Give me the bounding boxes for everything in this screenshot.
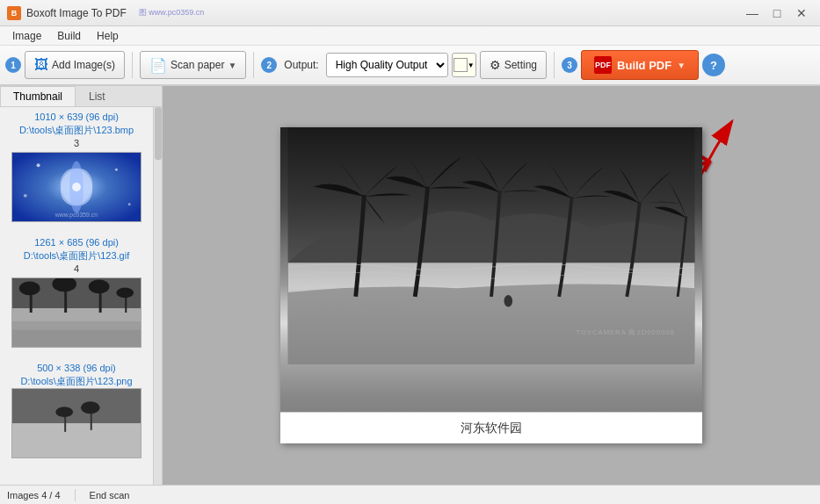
scan-paper-label: Scan paper (171, 59, 224, 71)
svg-point-7 (24, 194, 27, 198)
svg-point-8 (128, 203, 131, 205)
color-swatch (454, 58, 468, 72)
thumb-separator-1 (0, 226, 153, 233)
scan-icon: 📄 (149, 57, 167, 74)
svg-point-19 (89, 279, 110, 293)
thumbnail-5 (11, 388, 142, 458)
status-separator (75, 489, 76, 501)
thumb-path-5: D:\tools\桌面图片\123.png (7, 375, 146, 388)
menu-bar: Image Build Help (0, 26, 820, 46)
setting-label: Setting (504, 59, 537, 71)
thumb-info-3: 1010 × 639 (96 dpi) (7, 111, 146, 124)
svg-point-4 (72, 183, 81, 191)
tab-list[interactable]: List (76, 86, 119, 106)
thumb-path-4: D:\tools\桌面图片\123.gif (7, 249, 146, 263)
preview-area: ↗ (163, 86, 820, 485)
scan-paper-button[interactable]: 📄 Scan paper ▼ (140, 51, 246, 79)
thumb-separator-2 (0, 351, 153, 358)
sidebar-scrollbar[interactable] (153, 107, 162, 485)
svg-text:TOYCAMERA 角2D000008: TOYCAMERA 角2D000008 (576, 328, 674, 336)
main-content: Thumbnail List 1010 × 639 (96 dpi) D:\to… (0, 86, 820, 485)
separator1 (132, 52, 133, 78)
pdf-icon: PDF (594, 56, 612, 74)
beach-scene: × hiii www.nipic.com × Dr.Zar 版权 TOYCAME… (280, 127, 702, 443)
title-watermark: 图 www.pc0359.cn (139, 7, 205, 18)
app-icon: B (7, 6, 21, 20)
close-button[interactable]: ✕ (790, 4, 813, 22)
thumb-path-3: D:\tools\桌面图片\123.bmp (7, 124, 146, 137)
svg-point-33 (504, 295, 512, 307)
svg-text:× hiii www.nipic.com × Dr.Zar : × hiii www.nipic.com × Dr.Zar 版权 (296, 303, 399, 311)
svg-point-27 (55, 407, 73, 418)
list-item[interactable]: 1010 × 639 (96 dpi) D:\tools\桌面图片\123.bm… (0, 107, 153, 226)
images-count: Images 4 / 4 (7, 490, 61, 500)
output-label: Output: (284, 59, 318, 71)
step3-circle: 3 (562, 57, 577, 73)
tab-thumbnail[interactable]: Thumbnail (0, 86, 76, 106)
setting-button[interactable]: ⚙ Setting (480, 51, 547, 79)
thumbnail-3: www.pc0359.cn (11, 152, 142, 222)
color-picker-button[interactable]: ▼ (452, 53, 476, 77)
svg-rect-22 (12, 320, 141, 347)
color-dropdown-arrow: ▼ (468, 61, 475, 69)
scan-status: End scan (90, 490, 130, 500)
window-controls: — □ ✕ (741, 4, 813, 22)
caption-bar: 河东软件园 (280, 412, 702, 443)
title-bar: B Boxoft Image To PDF 图 www.pc0359.cn — … (0, 0, 820, 26)
menu-build[interactable]: Build (50, 28, 88, 44)
maximize-button[interactable]: □ (766, 4, 788, 22)
thumbnail-4 (11, 277, 142, 348)
preview-image: × hiii www.nipic.com × Dr.Zar 版权 TOYCAME… (280, 127, 702, 443)
minimize-button[interactable]: — (741, 4, 764, 22)
app-title: Boxoft Image To PDF (26, 7, 127, 19)
caption-text: 河东软件园 (461, 421, 522, 436)
svg-point-21 (116, 287, 134, 298)
svg-point-29 (81, 402, 100, 414)
thumb-info-4: 1261 × 685 (96 dpi) (7, 236, 146, 249)
output-select[interactable]: High Quality Output (326, 53, 448, 77)
thumb-number-4: 4 (7, 263, 146, 274)
thumb-number-3: 3 (7, 138, 146, 148)
scroll-thumb[interactable] (155, 107, 162, 160)
status-bar: Images 4 / 4 End scan (0, 485, 820, 504)
menu-image[interactable]: Image (5, 28, 48, 44)
svg-point-5 (37, 163, 40, 167)
build-dropdown-arrow: ▼ (677, 61, 686, 70)
help-button[interactable]: ? (702, 54, 725, 76)
sidebar: Thumbnail List 1010 × 639 (96 dpi) D:\to… (0, 86, 163, 485)
step1-circle: 1 (5, 57, 21, 73)
build-pdf-label: Build PDF (617, 59, 671, 72)
list-item[interactable]: 500 × 338 (96 dpi) D:\tools\桌面图片\123.png (0, 358, 153, 463)
sidebar-tabs: Thumbnail List (0, 86, 162, 107)
build-pdf-button[interactable]: PDF Build PDF ▼ (581, 50, 699, 80)
sidebar-scroll[interactable]: 1010 × 639 (96 dpi) D:\tools\桌面图片\123.bm… (0, 107, 153, 485)
add-icon: 🖼 (34, 57, 48, 73)
toolbar: 1 🖼 Add Image(s) 📄 Scan paper ▼ 2 Output… (0, 46, 820, 86)
svg-rect-24 (12, 389, 141, 423)
svg-point-15 (19, 281, 40, 295)
step2-circle: 2 (261, 57, 277, 73)
svg-rect-25 (12, 423, 141, 457)
svg-point-6 (115, 169, 118, 171)
scan-dropdown-arrow: ▼ (228, 61, 236, 70)
thumb-info-5: 500 × 338 (96 dpi) (7, 362, 146, 375)
gear-icon: ⚙ (490, 58, 501, 72)
palm-trees-svg: × hiii www.nipic.com × Dr.Zar 版权 TOYCAME… (280, 127, 702, 364)
separator3 (554, 52, 555, 78)
add-images-label: Add Image(s) (52, 59, 115, 71)
svg-text:www.pc0359.cn: www.pc0359.cn (54, 211, 98, 218)
add-images-button[interactable]: 🖼 Add Image(s) (25, 51, 125, 79)
menu-help[interactable]: Help (90, 28, 126, 44)
separator2 (253, 52, 254, 78)
title-bar-left: B Boxoft Image To PDF 图 www.pc0359.cn (7, 6, 204, 20)
sidebar-inner: 1010 × 639 (96 dpi) D:\tools\桌面图片\123.bm… (0, 107, 162, 485)
list-item[interactable]: 1261 × 685 (96 dpi) D:\tools\桌面图片\123.gi… (0, 233, 153, 351)
